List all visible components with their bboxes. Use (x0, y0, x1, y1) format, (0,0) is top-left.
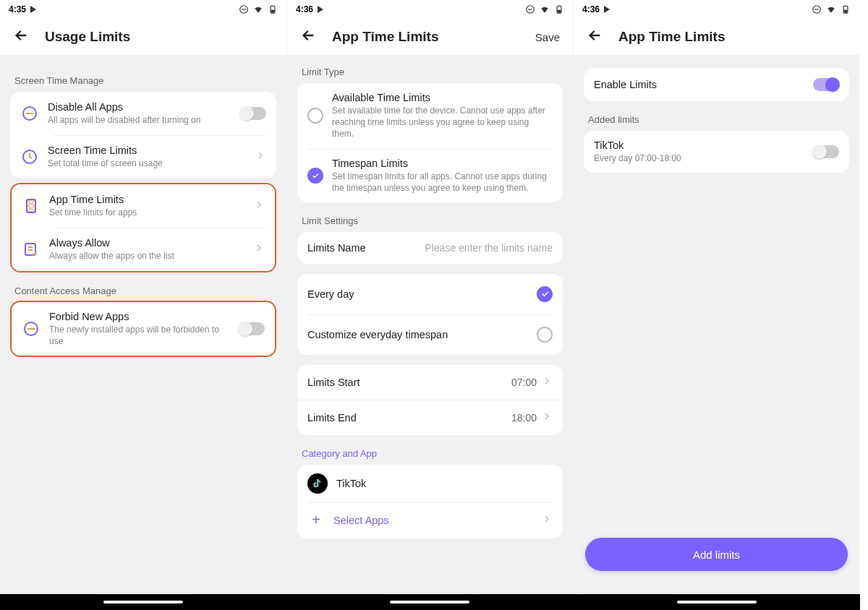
section-category-app: Category and App (302, 448, 558, 459)
available-time-limits-option[interactable]: Available Time Limits Set available time… (297, 83, 563, 149)
enable-limits-row[interactable]: Enable Limits (584, 68, 849, 101)
disable-all-toggle[interactable] (240, 107, 266, 120)
customize-timespan-option[interactable]: Customize everyday timespan (297, 314, 563, 355)
enable-limits-toggle[interactable] (813, 78, 839, 91)
chevron-right-icon (541, 411, 553, 425)
battery-icon (268, 4, 278, 14)
row-sub: Set available time for the device. Canno… (332, 105, 553, 140)
input-placeholder: Please enter the limits name (425, 242, 553, 254)
header: App Time Limits Save (287, 19, 573, 55)
row-label: Limits End (307, 412, 357, 424)
every-day-option[interactable]: Every day (297, 274, 563, 314)
row-title: TikTok (594, 139, 804, 151)
status-bar: 4:35 (0, 0, 286, 19)
battery-icon (841, 4, 851, 14)
limit-tiktok-toggle[interactable] (813, 145, 839, 158)
header: Usage Limits (0, 19, 286, 55)
disable-all-apps-row[interactable]: Disable All Apps All apps will be disabl… (10, 92, 276, 135)
play-icon (30, 6, 36, 13)
timespan-limits-option[interactable]: Timespan Limits Set timespan limits for … (297, 149, 563, 202)
chevron-right-icon (253, 199, 265, 213)
forbid-icon (22, 319, 41, 338)
section-added-limits: Added limits (588, 114, 845, 125)
svg-rect-3 (271, 10, 274, 12)
gesture-bar (0, 594, 286, 610)
check-on-icon (537, 286, 553, 302)
add-limits-button[interactable]: Add limits (585, 538, 848, 571)
dnd-icon (239, 4, 249, 14)
radio-on-icon (307, 168, 323, 184)
status-bar: 4:36 (287, 0, 573, 19)
row-title: App Time Limits (49, 194, 244, 205)
row-title: Customize everyday timespan (307, 329, 528, 340)
highlight-box-2: Forbid New Apps The newly installed apps… (10, 301, 276, 357)
gesture-bar (286, 594, 573, 610)
row-sub: Set time limits for apps (49, 207, 244, 218)
section-screen-time: Screen Time Manage (14, 75, 272, 86)
save-button[interactable]: Save (535, 31, 560, 43)
back-button[interactable] (13, 27, 29, 46)
svg-rect-18 (844, 10, 847, 12)
page-title: Usage Limits (45, 29, 130, 45)
select-apps-label: Select Apps (333, 515, 389, 526)
forbid-new-apps-row[interactable]: Forbid New Apps The newly installed apps… (12, 302, 275, 356)
disable-icon (20, 104, 39, 123)
section-content-access: Content Access Manage (14, 285, 272, 296)
play-icon (604, 6, 610, 13)
back-button[interactable] (587, 27, 603, 46)
row-sub: Every day 07:00-18:00 (594, 152, 804, 164)
limits-end-row[interactable]: Limits End 18:00 (297, 400, 563, 435)
section-limit-type: Limit Type (302, 66, 558, 77)
row-sub: Set total time of screen usage (48, 158, 246, 169)
radio-off-icon (537, 327, 553, 343)
dnd-icon (812, 4, 822, 14)
radio-off-icon (307, 108, 323, 124)
app-tiktok-row[interactable]: TikTok (297, 465, 563, 502)
app-time-limits-row[interactable]: App Time Limits Set time limits for apps (12, 184, 275, 228)
page-title: App Time Limits (618, 29, 725, 45)
section-limit-settings: Limit Settings (302, 215, 558, 226)
row-title: Every day (307, 288, 528, 300)
header: App Time Limits (574, 19, 859, 55)
row-sub: Always allow the apps on the list (49, 250, 244, 262)
row-title: Forbid New Apps (49, 311, 230, 322)
row-title: Available Time Limits (332, 92, 553, 103)
limits-start-row[interactable]: Limits Start 07:00 (297, 365, 563, 400)
row-title: Timespan Limits (332, 158, 553, 169)
wifi-icon (253, 4, 263, 14)
highlight-box-1: App Time Limits Set time limits for apps… (10, 183, 276, 272)
chevron-right-icon (255, 150, 266, 164)
svg-rect-14 (558, 10, 561, 12)
forbid-toggle[interactable] (239, 322, 265, 335)
row-label: Limits Start (307, 377, 360, 388)
status-time: 4:36 (582, 4, 600, 14)
tiktok-icon (307, 473, 328, 494)
add-limits-label: Add limits (693, 549, 740, 561)
limits-name-input[interactable]: Limits Name Please enter the limits name (297, 232, 563, 264)
chevron-right-icon (541, 513, 553, 528)
row-title: Screen Time Limits (48, 145, 246, 156)
input-label: Limits Name (307, 242, 366, 254)
limit-tiktok-row[interactable]: TikTok Every day 07:00-18:00 (584, 131, 849, 173)
always-allow-row[interactable]: Always Allow Always allow the apps on th… (12, 228, 275, 271)
select-apps-row[interactable]: + Select Apps (297, 502, 563, 538)
status-time: 4:36 (296, 4, 313, 14)
clock-icon (20, 147, 39, 166)
wifi-icon (826, 4, 836, 14)
row-value: 07:00 (511, 377, 537, 388)
row-sub: Set timespan limits for all apps. Cannot… (332, 171, 553, 194)
row-title: Disable All Apps (48, 101, 231, 113)
chevron-right-icon (253, 242, 265, 257)
row-sub: All apps will be disabled after turning … (48, 114, 231, 126)
app-name: TikTok (336, 478, 366, 489)
gesture-bar (574, 594, 860, 610)
screen-time-limits-row[interactable]: Screen Time Limits Set total time of scr… (10, 135, 276, 179)
row-value: 18:00 (511, 412, 537, 424)
row-title: Always Allow (49, 237, 244, 249)
row-sub: The newly installed apps will be forbidd… (49, 324, 230, 347)
list-check-icon (22, 240, 41, 259)
play-icon (318, 6, 323, 13)
back-button[interactable] (300, 27, 316, 46)
status-time: 4:35 (9, 4, 26, 14)
page-title: App Time Limits (332, 29, 438, 45)
